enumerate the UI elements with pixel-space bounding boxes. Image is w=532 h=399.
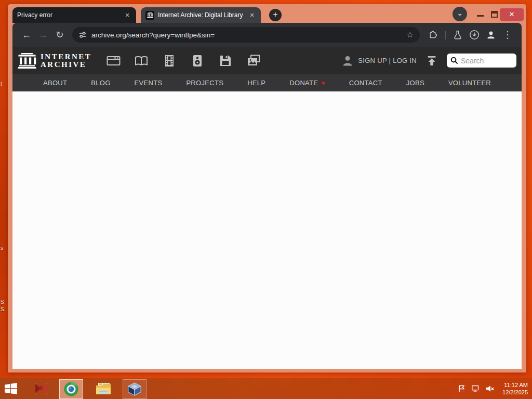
new-tab-button[interactable]: + <box>269 9 282 21</box>
address-bar[interactable]: archive.org/search?query=win8pe&sin= ☆ <box>72 27 420 43</box>
volume-muted-icon[interactable] <box>485 384 495 393</box>
bookmark-star-icon[interactable]: ☆ <box>407 30 414 39</box>
internet-archive-favicon <box>145 11 154 20</box>
chrome-icon <box>63 381 79 397</box>
nav-item-help[interactable]: HELP <box>235 74 277 91</box>
clock-date: 12/2/2025 <box>502 389 528 396</box>
clock-time: 11:12 AM <box>502 381 528 389</box>
browser-window: Privacy error ✕ Inte <box>8 4 526 373</box>
web-icon[interactable] <box>103 52 124 70</box>
site-settings-icon[interactable] <box>78 31 87 39</box>
nav-item-about[interactable]: ABOUT <box>31 74 79 91</box>
browser-menu-icon[interactable]: ⋮ <box>500 28 515 42</box>
reload-icon[interactable]: ↻ <box>52 28 67 42</box>
taskbar: 11:12 AM 12/2/2025 <box>0 378 532 399</box>
experiments-flask-icon[interactable] <box>450 28 465 42</box>
tab-close-icon[interactable]: ✕ <box>123 11 131 19</box>
desktop-icon-label-fragment: s <box>1 245 3 251</box>
toolbar-divider <box>445 31 446 39</box>
extensions-icon[interactable] <box>426 28 441 42</box>
archive-wordmark[interactable]: INTERNET ARCHIVE <box>41 53 91 69</box>
heart-icon: ♥ <box>321 79 325 87</box>
tab-internet-archive[interactable]: Internet Archive: Digital Library ✕ <box>141 7 261 23</box>
nav-item-blog[interactable]: BLOG <box>79 74 122 91</box>
texts-icon[interactable] <box>131 52 152 70</box>
taskbar-red-app-icon[interactable] <box>29 378 53 399</box>
search-input[interactable] <box>461 57 513 65</box>
software-icon[interactable] <box>215 52 236 70</box>
taskbar-clock[interactable]: 11:12 AM 12/2/2025 <box>502 381 528 396</box>
nav-item-volunteer[interactable]: VOLUNTEER <box>436 74 503 91</box>
audio-icon[interactable] <box>187 52 208 70</box>
tab-title: Internet Archive: Digital Library <box>158 11 244 19</box>
search-icon <box>450 57 458 64</box>
url-text[interactable]: archive.org/search?query=win8pe&sin= <box>91 31 402 39</box>
taskbar-virtualbox-button[interactable] <box>123 379 147 399</box>
nav-item-contact[interactable]: CONTACT <box>337 74 394 91</box>
upload-icon[interactable] <box>426 56 437 66</box>
video-icon[interactable] <box>159 52 180 70</box>
downloads-icon[interactable] <box>467 28 482 42</box>
nav-item-donate[interactable]: DONATE ♥ <box>277 74 337 91</box>
window-maximize-button[interactable] <box>491 11 498 18</box>
start-button[interactable] <box>0 378 22 399</box>
tab-title: Privacy error <box>17 11 119 19</box>
archive-logo-icon[interactable] <box>18 53 36 69</box>
virtualbox-icon <box>127 382 142 396</box>
tab-close-icon[interactable]: ✕ <box>248 11 256 19</box>
tab-privacy-error[interactable]: Privacy error ✕ <box>12 7 136 23</box>
back-icon[interactable]: ← <box>19 28 34 42</box>
archive-nav: ABOUT BLOG EVENTS PROJECTS HELP DONATE ♥… <box>12 74 522 91</box>
system-tray: 11:12 AM 12/2/2025 <box>457 381 532 396</box>
network-status-icon[interactable] <box>471 384 481 393</box>
desktop-icon-label-fragment: t <box>1 81 2 87</box>
images-icon[interactable] <box>243 52 264 70</box>
nav-item-jobs[interactable]: JOBS <box>394 74 436 91</box>
tab-strip: Privacy error ✕ Inte <box>8 4 526 23</box>
forward-icon[interactable]: → <box>36 28 50 42</box>
file-explorer-icon <box>95 381 112 396</box>
desktop-icon-label-fragment: S <box>1 299 4 305</box>
browser-toolbar: ← → ↻ archive.org/search?query=win8pe&si… <box>12 23 522 47</box>
signup-login-link[interactable]: SIGN UP | LOG IN <box>358 57 417 64</box>
action-center-flag-icon[interactable] <box>457 384 467 393</box>
nav-item-events[interactable]: EVENTS <box>123 74 175 91</box>
window-close-button[interactable]: ✕ <box>500 8 524 21</box>
windows-logo-icon <box>4 382 18 395</box>
desktop-icon-label-fragment: S <box>1 307 4 312</box>
nav-item-projects[interactable]: PROJECTS <box>174 74 235 91</box>
tab-search-chevron-icon[interactable]: ⌄ <box>453 7 467 21</box>
taskbar-file-explorer-button[interactable] <box>91 378 115 399</box>
taskbar-chrome-button[interactable] <box>59 379 83 399</box>
window-minimize-button[interactable] <box>477 15 484 17</box>
archive-header: INTERNET ARCHIVE <box>12 47 522 74</box>
account-person-icon[interactable] <box>342 56 353 66</box>
archive-search-box[interactable] <box>447 54 516 68</box>
media-type-row <box>103 52 264 70</box>
profile-avatar-icon[interactable] <box>484 28 498 42</box>
page-content-blank <box>12 91 522 369</box>
